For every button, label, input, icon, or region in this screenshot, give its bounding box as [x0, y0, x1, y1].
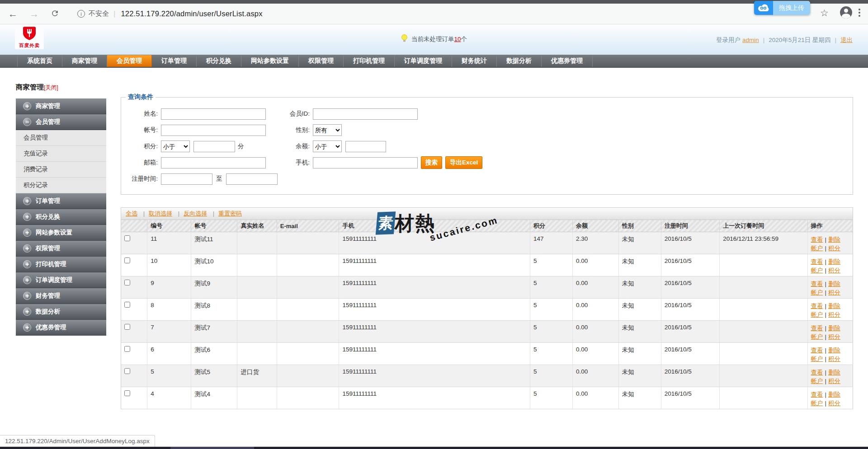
- sidebar-item[interactable]: + 打印机管理: [16, 257, 106, 272]
- nav-item[interactable]: 会员管理: [107, 55, 152, 67]
- search-button[interactable]: 搜索: [421, 156, 442, 169]
- toolbar-link[interactable]: 反向选择: [184, 210, 207, 217]
- view-link[interactable]: 查看: [811, 281, 823, 287]
- nav-item[interactable]: 订单管理: [152, 55, 197, 67]
- netdisk-upload-extension[interactable]: 拖拽上传: [754, 1, 810, 15]
- member-id-input[interactable]: [313, 108, 418, 120]
- nav-item[interactable]: 打印机管理: [344, 55, 395, 67]
- balance-input[interactable]: [345, 141, 386, 152]
- row-checkbox[interactable]: [124, 346, 130, 352]
- nav-item[interactable]: 数据分析: [497, 55, 542, 67]
- nav-item[interactable]: 权限管理: [299, 55, 344, 67]
- points-link[interactable]: 积分: [828, 311, 840, 318]
- export-excel-button[interactable]: 导出Excel: [445, 156, 482, 169]
- browser-menu-icon[interactable]: [859, 9, 860, 10]
- row-checkbox[interactable]: [124, 390, 130, 396]
- sidebar-item[interactable]: + 积分兑换: [16, 209, 106, 225]
- address-bar[interactable]: 122.51.179.220/admin/user/UserList.aspx: [121, 9, 262, 18]
- delete-link[interactable]: 删除: [828, 347, 840, 354]
- view-link[interactable]: 查看: [811, 303, 823, 309]
- sidebar-item[interactable]: + 财务管理: [16, 288, 106, 304]
- row-checkbox[interactable]: [124, 257, 130, 263]
- account-link[interactable]: 帐户: [811, 378, 823, 384]
- points-link[interactable]: 积分: [828, 289, 840, 296]
- sidebar-item[interactable]: + 订单管理: [16, 193, 106, 209]
- sidebar-item[interactable]: 充值记录: [16, 146, 106, 162]
- toolbar-link[interactable]: 取消选择: [149, 210, 172, 217]
- regtime-to-input[interactable]: [226, 173, 278, 185]
- points-link[interactable]: 积分: [828, 333, 840, 340]
- delete-link[interactable]: 删除: [828, 325, 840, 332]
- delete-link[interactable]: 删除: [828, 281, 840, 287]
- view-link[interactable]: 查看: [811, 236, 823, 243]
- admin-user-link[interactable]: admin: [742, 37, 759, 43]
- account-link[interactable]: 帐户: [811, 355, 823, 362]
- account-link[interactable]: 帐户: [811, 245, 823, 252]
- nav-item[interactable]: 订单调度管理: [395, 55, 452, 67]
- view-link[interactable]: 查看: [811, 325, 823, 332]
- row-checkbox[interactable]: [124, 324, 130, 330]
- sidebar-item[interactable]: 会员管理: [16, 130, 106, 146]
- points-op-select[interactable]: 小于: [161, 140, 190, 152]
- view-link[interactable]: 查看: [811, 391, 823, 398]
- regtime-from-input[interactable]: [161, 173, 212, 185]
- row-checkbox[interactable]: [124, 235, 130, 241]
- sidebar-item[interactable]: + 商家管理: [16, 98, 106, 114]
- points-link[interactable]: 积分: [828, 378, 840, 384]
- nav-item[interactable]: 积分兑换: [197, 55, 241, 67]
- sidebar-item[interactable]: + 数据分析: [16, 304, 106, 320]
- sidebar-item[interactable]: + 网站参数设置: [16, 225, 106, 241]
- logout-link[interactable]: 退出: [840, 37, 853, 43]
- points-link[interactable]: 积分: [828, 400, 840, 407]
- delete-link[interactable]: 删除: [828, 391, 840, 398]
- points-link[interactable]: 积分: [828, 267, 840, 274]
- sidebar-item[interactable]: 消费记录: [16, 162, 106, 178]
- sidebar-item[interactable]: − 会员管理: [16, 114, 106, 130]
- balance-op-select[interactable]: 小于: [313, 140, 342, 152]
- site-info-icon[interactable]: i: [77, 10, 85, 18]
- account-link[interactable]: 帐户: [811, 400, 823, 407]
- browser-tab-strip: [0, 0, 868, 4]
- account-link[interactable]: 帐户: [811, 311, 823, 318]
- cell-id: 11: [147, 232, 191, 254]
- delete-link[interactable]: 删除: [828, 303, 840, 309]
- row-checkbox[interactable]: [124, 280, 130, 285]
- sidebar-item[interactable]: + 订单调度管理: [16, 272, 106, 288]
- nav-item[interactable]: 系统首页: [17, 55, 62, 67]
- profile-avatar-icon[interactable]: [840, 6, 852, 19]
- nav-item[interactable]: 网站参数设置: [241, 55, 299, 67]
- sidebar-item[interactable]: + 权限管理: [16, 241, 106, 257]
- toolbar-link[interactable]: 重置密码: [218, 210, 242, 217]
- points-input[interactable]: [193, 141, 235, 152]
- delete-link[interactable]: 删除: [828, 258, 840, 265]
- delete-link[interactable]: 删除: [828, 236, 840, 243]
- account-input[interactable]: [161, 125, 266, 136]
- view-link[interactable]: 查看: [811, 347, 823, 354]
- gender-select[interactable]: 所有: [313, 124, 342, 136]
- sidebar-item[interactable]: 积分记录: [16, 178, 106, 193]
- nav-item[interactable]: 商家管理: [62, 55, 107, 67]
- email-input[interactable]: [161, 157, 266, 168]
- sidebar-item[interactable]: + 优惠券管理: [16, 320, 106, 336]
- account-link[interactable]: 帐户: [811, 289, 823, 296]
- nav-item[interactable]: 优惠券管理: [542, 55, 593, 67]
- nav-item[interactable]: 财务统计: [452, 55, 497, 67]
- back-icon[interactable]: ←: [8, 9, 18, 19]
- points-link[interactable]: 积分: [828, 245, 840, 252]
- close-sidebar-link[interactable]: [关闭]: [44, 84, 58, 91]
- name-input[interactable]: [161, 108, 266, 120]
- pending-count-link[interactable]: 10: [454, 36, 461, 42]
- row-checkbox[interactable]: [124, 302, 130, 308]
- phone-input[interactable]: [313, 157, 418, 168]
- bookmark-star-icon[interactable]: ☆: [820, 8, 829, 19]
- view-link[interactable]: 查看: [811, 369, 823, 376]
- view-link[interactable]: 查看: [811, 258, 823, 265]
- row-checkbox[interactable]: [124, 368, 130, 374]
- forward-icon[interactable]: →: [29, 9, 39, 19]
- delete-link[interactable]: 删除: [828, 369, 840, 376]
- account-link[interactable]: 帐户: [811, 333, 823, 340]
- account-link[interactable]: 帐户: [811, 267, 823, 274]
- reload-icon[interactable]: [51, 9, 59, 19]
- points-link[interactable]: 积分: [828, 355, 840, 362]
- toolbar-link[interactable]: 全选: [126, 210, 137, 217]
